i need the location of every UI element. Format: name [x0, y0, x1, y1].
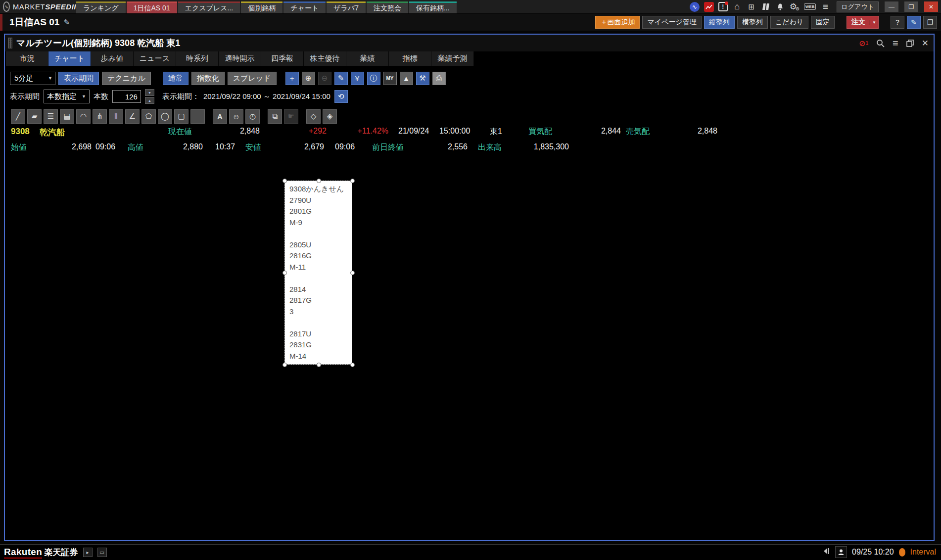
hlines3-tool-icon[interactable]: ☰ — [44, 109, 58, 124]
logout-button[interactable]: ログアウト — [837, 1, 879, 12]
area-chart-button[interactable]: ▲ — [400, 72, 413, 85]
panel-toggle-icon[interactable]: ▭ — [97, 548, 107, 557]
paste-drawing-tool-icon[interactable]: ☛ — [284, 109, 298, 124]
edit-title-pencil-icon[interactable]: ✎ — [63, 18, 70, 27]
ellipse-tool-icon[interactable]: ◯ — [158, 109, 172, 124]
trendline-tool-icon[interactable]: ╱ — [11, 109, 25, 124]
window-close-icon[interactable]: ✕ — [922, 38, 929, 48]
zoom-in-button[interactable]: ⊕ — [302, 72, 315, 85]
vlines-tool-icon[interactable]: ⫴ — [109, 109, 123, 124]
tab-ayumine[interactable]: 歩み値 — [91, 51, 134, 66]
drag-handle-icon[interactable] — [8, 38, 12, 48]
fan-lines-tool-icon[interactable]: ⋔ — [93, 109, 107, 124]
copy-drawing-tool-icon[interactable]: ⧉ — [268, 109, 282, 124]
print-button[interactable]: ⎙ — [432, 72, 446, 85]
tab-news[interactable]: ニュース — [134, 51, 176, 66]
selection-handle[interactable] — [350, 271, 355, 275]
normal-mode-button[interactable]: 通常 — [163, 72, 188, 85]
my-indicator-button[interactable]: MY — [383, 72, 397, 85]
angle-fan-tool-icon[interactable]: ∠ — [125, 109, 140, 124]
pentagon-tool-icon[interactable]: ⬠ — [141, 109, 156, 124]
horizontal-align-button[interactable]: 横整列 — [737, 16, 768, 29]
hsegment-tool-icon[interactable]: ─ — [190, 109, 205, 124]
tab-gyoseki[interactable]: 業績 — [346, 51, 389, 66]
menu-tab-hoyu-meigara[interactable]: 保有銘柄... — [409, 1, 457, 13]
tab-tekiji-kaiji[interactable]: 適時開示 — [219, 51, 261, 66]
tab-yutai[interactable]: 株主優待 — [304, 51, 346, 66]
web-icon[interactable]: WEB — [804, 3, 816, 10]
selection-handle[interactable] — [350, 363, 355, 367]
count-decrement-button[interactable]: ▼ — [145, 89, 154, 96]
selection-handle[interactable] — [282, 179, 287, 183]
selection-handle[interactable] — [350, 179, 355, 183]
tab-shikiho[interactable]: 四季報 — [261, 51, 304, 66]
selection-handle[interactable] — [317, 363, 321, 367]
technical-button[interactable]: テクニカル — [102, 72, 151, 85]
timeframe-select[interactable]: 5分足 ▼ — [10, 72, 55, 85]
bell-icon[interactable] — [775, 2, 785, 12]
user-icon[interactable] — [835, 546, 847, 558]
app-close-button[interactable]: ✕ — [924, 1, 938, 12]
feedback-pen-button[interactable]: ✎ — [907, 16, 921, 29]
icon-stamp-tool-icon[interactable]: ☺ — [229, 109, 243, 124]
display-period-button[interactable]: 表示期間 — [58, 72, 99, 85]
help-button[interactable]: ? — [891, 16, 904, 29]
app-maximize-button[interactable]: ❐ — [904, 1, 918, 12]
fixed-button[interactable]: 固定 — [811, 16, 835, 29]
eraser-tool-icon[interactable]: ◇ — [306, 109, 321, 124]
search-icon[interactable] — [876, 39, 885, 47]
hlines4-tool-icon[interactable]: ▤ — [60, 109, 74, 124]
tab-shihyo[interactable]: 指標 — [389, 51, 431, 66]
text-tool-icon[interactable]: A — [213, 109, 227, 124]
duplicate-window-button[interactable]: ❐ — [923, 16, 937, 29]
time-marker-tool-icon[interactable]: ◷ — [245, 109, 260, 124]
tab-jikeiretsu[interactable]: 時系列 — [176, 51, 219, 66]
link-group-icon[interactable]: ⊘1 — [859, 39, 868, 48]
indexed-mode-button[interactable]: 指数化 — [191, 72, 225, 85]
chart-note-annotation[interactable]: 9308かんきせん2790U2801GM-9 2805U2816GM-11 28… — [284, 181, 352, 365]
tab-chart[interactable]: チャート — [48, 51, 91, 66]
window-menu-icon[interactable]: ≡ — [893, 38, 898, 49]
mypage-manage-button[interactable]: マイページ管理 — [642, 16, 701, 29]
crosshair-plus-button[interactable]: ＋ — [285, 72, 299, 85]
settings-gear-icon[interactable]: ⚙⚙ — [790, 2, 800, 12]
market-wave-icon[interactable]: ∿ — [690, 2, 700, 12]
info-button[interactable]: ⓘ — [367, 72, 380, 85]
menu-tab-express[interactable]: エクスプレス... — [178, 1, 240, 13]
kodawari-button[interactable]: こだわり — [770, 16, 808, 29]
menu-tab-kobetsu[interactable]: 個別銘柄 — [241, 1, 282, 13]
menu-tab-ranking[interactable]: ランキング — [76, 1, 126, 13]
menu-tab-zaraba7[interactable]: ザラバ7 — [327, 1, 366, 13]
rectangle-tool-icon[interactable]: ▢ — [174, 109, 188, 124]
vertical-align-button[interactable]: 縦整列 — [704, 16, 735, 29]
chart-shortcut-icon[interactable] — [704, 2, 714, 12]
hamburger-menu-icon[interactable]: ≡ — [820, 2, 830, 12]
order-caret-icon[interactable]: ▼ — [869, 20, 876, 25]
tab-gyoseki-yosoku[interactable]: 業績予測 — [431, 51, 474, 66]
order-button[interactable]: 注文 ▼ — [847, 16, 879, 29]
selection-handle[interactable] — [282, 271, 287, 275]
bar-count-input[interactable]: 126 — [112, 90, 141, 103]
tab-shikyo[interactable]: 市況 — [6, 51, 48, 66]
selection-handle[interactable] — [282, 363, 287, 367]
fib-arc-tool-icon[interactable]: ◠ — [76, 109, 91, 124]
window-restore-icon[interactable] — [906, 40, 914, 47]
prev-media-icon[interactable] — [822, 547, 830, 557]
reset-period-button[interactable]: ⟲ — [334, 90, 348, 103]
selection-handle[interactable] — [317, 179, 321, 183]
app-minimize-button[interactable]: — — [885, 1, 898, 12]
yen-axis-button[interactable]: ¥ — [351, 72, 364, 85]
menu-tab-chart[interactable]: チャート — [283, 1, 326, 13]
add-document-icon[interactable]: ⊞ — [747, 2, 756, 12]
window-title-bar[interactable]: マルチツール(個別銘柄) 9308 乾汽船 東1 ⊘1 ≡ ✕ — [5, 35, 934, 51]
spread-mode-button[interactable]: スプレッド — [228, 72, 277, 85]
panels-icon[interactable] — [761, 2, 771, 12]
expand-arrow-icon[interactable]: ▸ — [83, 548, 93, 557]
settings-wrench-button[interactable]: ⚒ — [416, 72, 429, 85]
count-increment-button[interactable]: ▲ — [145, 97, 154, 104]
menu-tab-chumon-shokai[interactable]: 注文照会 — [367, 1, 408, 13]
alert-icon[interactable]: ! — [718, 2, 728, 11]
home-icon[interactable]: ⌂ — [732, 2, 742, 12]
add-screen-button[interactable]: ＋画面追加 — [595, 16, 640, 29]
menu-tab-1nichi-as[interactable]: 1日信AS 01 — [127, 1, 177, 13]
